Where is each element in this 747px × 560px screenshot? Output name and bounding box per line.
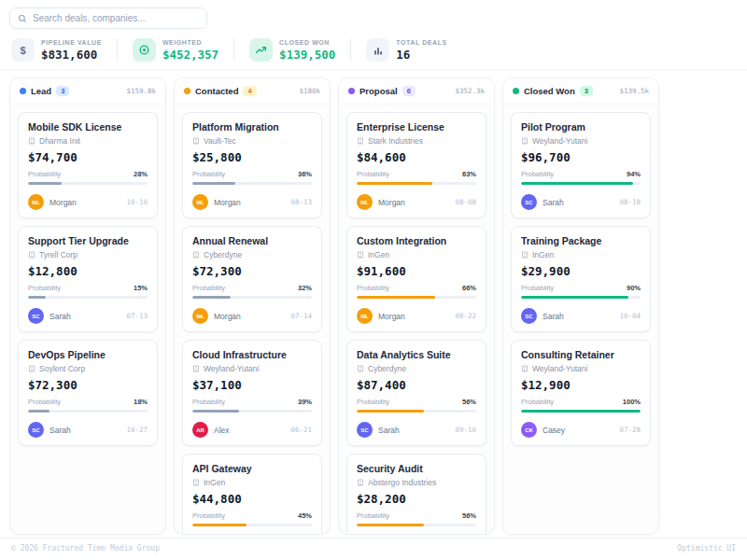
deal-card[interactable]: Consulting Retainer Weyland-Yutani $12,9… <box>511 340 651 446</box>
search-input[interactable] <box>33 13 199 23</box>
probability-percent: 28% <box>134 170 148 178</box>
stat-label: PIPELINE VALUE <box>41 39 102 46</box>
search-box[interactable] <box>9 7 207 29</box>
probability-bar-fill <box>357 524 424 526</box>
probability-label: Probability <box>357 170 389 178</box>
deal-date: 10-04 <box>619 312 641 320</box>
building-icon <box>521 365 529 372</box>
stat-value: $139,500 <box>279 48 335 62</box>
avatar: ML <box>28 194 44 210</box>
company-row: Stark Industries <box>357 136 476 146</box>
column-count-badge: 3 <box>580 86 593 96</box>
stat-label: WEIGHTED <box>162 39 218 46</box>
card-footer: SC Sarah 09-10 <box>357 422 476 438</box>
deal-title: Custom Integration <box>357 235 476 246</box>
card-footer: CK Casey 07-28 <box>521 422 641 438</box>
deal-date: 08-08 <box>455 198 476 206</box>
deal-card[interactable]: Annual Renewal Cyberdyne $72,300 Probabi… <box>182 226 322 332</box>
probability-bar-track <box>192 524 312 526</box>
deal-date: 07-13 <box>126 312 148 320</box>
deal-amount: $12,800 <box>28 264 148 278</box>
deal-card[interactable]: Mobile SDK License Dharma Init $74,700 P… <box>18 112 158 218</box>
column-header: Lead 3 $159.8k <box>10 78 165 105</box>
deal-card[interactable]: Support Tier Upgrade Tyrell Corp $12,800… <box>18 226 158 332</box>
probability-label: Probability <box>357 398 389 406</box>
probability-bar-track <box>357 524 476 526</box>
probability-bar-track <box>28 296 148 299</box>
trend-up-icon <box>249 38 273 62</box>
deal-card[interactable]: Training Package InGen $29,900 Probabili… <box>511 226 651 332</box>
probability-bar-track <box>192 296 312 299</box>
deal-card[interactable]: Enterprise License Stark Industries $84,… <box>346 112 486 218</box>
avatar: SC <box>521 194 537 210</box>
probability-label: Probability <box>521 284 554 292</box>
deal-title: Security Audit <box>357 463 476 474</box>
building-icon <box>521 251 529 259</box>
column-status-dot <box>184 88 190 94</box>
deal-owner: Alex <box>214 426 230 435</box>
probability-bar-fill <box>192 410 239 413</box>
company-row: Soylent Corp <box>28 364 148 373</box>
building-icon <box>192 251 200 259</box>
column-header: Closed Won 3 $139.5k <box>503 78 658 105</box>
probability-percent: 36% <box>298 170 312 178</box>
deal-owner: Casey <box>543 426 565 435</box>
deal-card[interactable]: Security Audit Abstergo Industries $28,2… <box>346 454 486 534</box>
deal-owner: Morgan <box>378 198 405 207</box>
stat-pipeline-value: $ PIPELINE VALUE $831,600 <box>11 38 118 62</box>
stat-value: 16 <box>396 48 446 62</box>
probability-row: Probability 39% <box>192 398 312 406</box>
deal-company: InGen <box>204 478 225 487</box>
probability-bar-fill <box>521 182 633 185</box>
deal-date: 08-22 <box>455 312 476 320</box>
deal-owner: Sarah <box>378 426 400 435</box>
card-footer: SC Sarah 10-27 <box>28 422 148 438</box>
avatar: ML <box>192 194 208 210</box>
building-icon <box>28 137 35 145</box>
probability-bar-track <box>521 296 641 299</box>
probability-percent: 18% <box>134 398 148 406</box>
deal-card[interactable]: Data Analytics Suite Cyberdyne $87,400 P… <box>346 340 486 446</box>
board: Lead 3 $159.8k Mobile SDK License Dharma… <box>0 70 747 535</box>
deal-card[interactable]: API Gateway InGen $44,800 Probability 45… <box>182 454 322 534</box>
probability-bar-fill <box>521 296 628 299</box>
deal-card[interactable]: Platform Migration Vault-Tec $25,800 Pro… <box>182 112 322 218</box>
deal-date: 10-27 <box>126 426 148 434</box>
column-body: Mobile SDK License Dharma Init $74,700 P… <box>10 105 165 534</box>
card-footer: ML Morgan 08-08 <box>357 194 476 210</box>
probability-bar-track <box>357 182 476 185</box>
deal-card[interactable]: DevOps Pipeline Soylent Corp $72,300 Pro… <box>18 340 158 446</box>
avatar: SC <box>357 422 373 438</box>
deal-title: API Gateway <box>192 463 312 474</box>
probability-bar-fill <box>521 410 641 413</box>
probability-percent: 15% <box>134 284 148 292</box>
deal-owner: Morgan <box>214 312 241 321</box>
stat-value: $831,600 <box>41 48 102 62</box>
deal-company: InGen <box>368 250 389 259</box>
avatar: SC <box>521 308 537 324</box>
probability-row: Probability 45% <box>192 511 312 520</box>
deal-company: Abstergo Industries <box>368 478 436 487</box>
probability-bar-fill <box>357 182 432 185</box>
deal-date: 08-18 <box>619 198 641 206</box>
column-header: Proposal 6 $352.3k <box>339 78 494 105</box>
company-row: InGen <box>521 250 641 259</box>
building-icon <box>357 365 364 372</box>
probability-bar-track <box>28 182 148 185</box>
probability-label: Probability <box>521 170 554 178</box>
deal-card[interactable]: Custom Integration InGen $91,600 Probabi… <box>346 226 486 332</box>
deal-date: 09-10 <box>455 426 476 434</box>
deal-card[interactable]: Pilot Program Weyland-Yutani $96,700 Pro… <box>511 112 651 218</box>
deal-card[interactable]: Cloud Infrastructure Weyland-Yutani $37,… <box>182 340 322 446</box>
deal-company: Tyrell Corp <box>39 250 78 259</box>
deal-date: 10-10 <box>126 198 148 206</box>
probability-row: Probability 15% <box>28 284 148 292</box>
company-row: Cyberdyne <box>192 250 312 259</box>
deal-title: Mobile SDK License <box>28 121 148 133</box>
deal-date: 08-13 <box>290 198 312 206</box>
probability-bar-fill <box>28 296 46 299</box>
building-icon <box>28 365 35 372</box>
probability-percent: 90% <box>627 284 641 292</box>
column-title: Lead <box>31 86 51 96</box>
company-row: Dharma Init <box>28 136 148 146</box>
